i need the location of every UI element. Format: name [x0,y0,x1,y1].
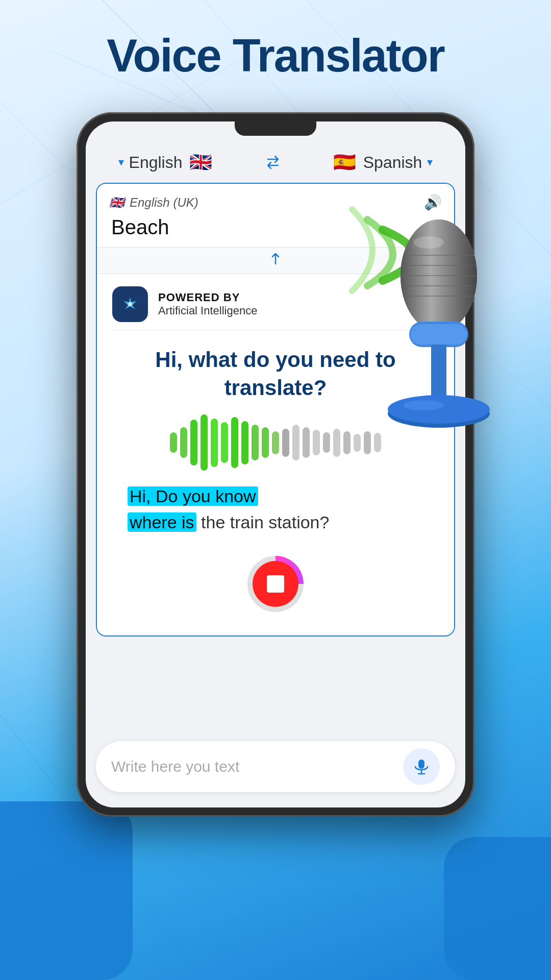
wave-bar [190,420,197,465]
ai-icon [112,286,148,322]
main-question: Hi, what do you need to translate? [112,336,439,412]
ai-header: POWERED BY Artificial Intelligence [112,286,439,331]
wave-bar [211,419,218,467]
source-lang-arrow: ▾ [118,156,124,169]
svg-point-11 [128,302,132,306]
text-input-bar: Write here you text [96,741,455,792]
language-bar: ▾ English 🇬🇧 🇪🇸 Spanish ▾ [86,142,465,183]
source-lang-name: English [129,153,183,172]
target-lang-arrow: ▾ [427,156,433,169]
target-lang-name: Spanish [363,153,422,172]
wave-bar [333,429,340,457]
wave-bar [364,431,371,454]
stop-icon [267,575,284,593]
wave-bar [354,434,361,452]
record-area [112,546,439,627]
transcript-highlight-2: where is [128,512,196,532]
deco-left [0,801,133,980]
wave-bar [303,427,310,458]
wave-bar [170,432,177,453]
wave-bar [323,432,330,453]
target-language-selector[interactable]: 🇪🇸 Spanish ▾ [332,149,433,176]
target-flag: 🇪🇸 [332,149,358,176]
ai-card: POWERED BY Artificial Intelligence Hi, w… [97,274,454,635]
wave-bar [374,433,381,452]
ai-text-block: POWERED BY Artificial Intelligence [158,291,257,317]
swap-divider[interactable] [97,247,454,274]
waveform [112,412,439,473]
swap-languages-button[interactable] [259,148,287,177]
wave-bar [241,421,248,464]
source-word: Beach [109,216,442,239]
source-flag: 🇬🇧 [188,149,214,176]
transcript-highlight-1: Hi, Do you know [128,486,258,506]
wave-bar [231,417,238,468]
deco-right [444,837,551,980]
wave-bar [252,425,259,460]
source-flag-inline: 🇬🇧 [109,195,124,210]
app-title: Voice Translator [0,31,551,81]
phone-frame: ▾ English 🇬🇧 🇪🇸 Spanish ▾ [77,112,474,817]
phone-screen: ▾ English 🇬🇧 🇪🇸 Spanish ▾ [86,121,465,807]
transcript: Hi, Do you know where is the train stati… [112,478,439,546]
source-language-selector[interactable]: ▾ English 🇬🇧 [118,149,214,176]
wave-bar [180,427,187,458]
text-input-placeholder[interactable]: Write here you text [111,758,403,775]
wave-bar [221,422,228,463]
wave-bar [272,431,279,454]
svg-rect-12 [418,760,424,769]
ai-subtitle-text: Artificial Intelligence [158,304,257,317]
mic-input-button[interactable] [403,748,440,785]
transcript-plain: the train station? [196,512,330,532]
record-stop-button[interactable] [253,561,298,607]
wave-bar [262,427,269,458]
wave-bar [282,429,289,457]
speaker-button[interactable]: 🔊 [424,194,442,211]
phone-notch [235,121,316,136]
powered-by-text: POWERED BY [158,291,257,304]
source-lang-label: 🇬🇧 English (UK) [109,195,198,210]
wave-bar [313,430,320,455]
wave-bar [292,425,299,460]
source-panel: 🇬🇧 English (UK) 🔊 Beach [97,184,454,247]
translation-area: 🇬🇧 English (UK) 🔊 Beach [96,183,455,636]
phone-mockup: ▾ English 🇬🇧 🇪🇸 Spanish ▾ [77,112,474,817]
wave-bar [201,414,208,471]
wave-bar [343,431,350,454]
source-lang-text: English (UK) [130,195,198,210]
record-ring [247,556,304,612]
